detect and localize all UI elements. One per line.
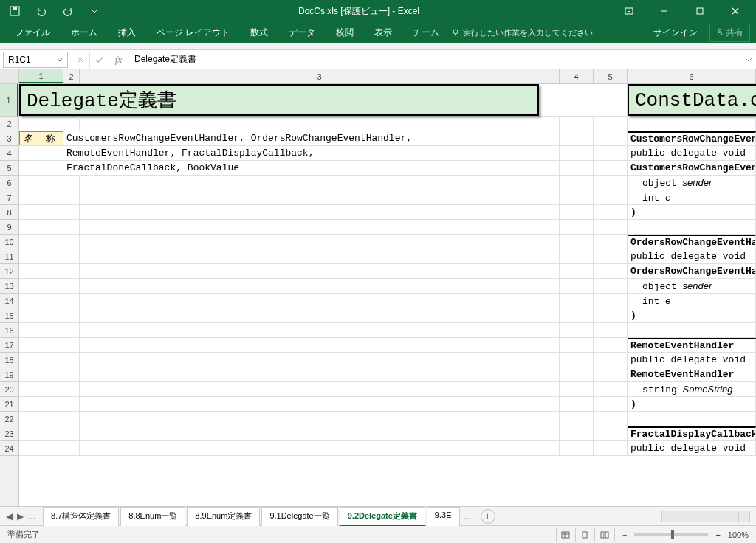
save-icon[interactable]	[6, 2, 24, 20]
row-header[interactable]: 1	[0, 84, 18, 117]
row-header[interactable]: 7	[0, 190, 18, 205]
delegate-list-cell[interactable]: FractalDoneCallback, BookValue	[63, 161, 560, 175]
cell[interactable]	[560, 249, 594, 263]
code-cell[interactable]: public delegate void	[628, 146, 756, 160]
cell[interactable]	[594, 190, 628, 204]
code-cell[interactable]: object sender	[628, 176, 756, 190]
cell[interactable]	[19, 367, 63, 381]
cell[interactable]	[80, 323, 560, 337]
cell[interactable]	[19, 205, 63, 219]
view-pagebreak-icon[interactable]	[595, 528, 614, 542]
cell[interactable]	[560, 279, 594, 293]
cancel-formula-icon[interactable]	[71, 52, 90, 68]
cell[interactable]	[560, 161, 594, 175]
code-cell[interactable]: OrdersRowChangeEventHandler	[628, 235, 756, 249]
cell[interactable]	[594, 397, 628, 411]
col-header[interactable]: 4	[560, 69, 594, 83]
cell[interactable]	[80, 220, 560, 234]
col-header[interactable]: 5	[594, 69, 628, 83]
row-header[interactable]: 18	[0, 353, 18, 367]
row-header[interactable]: 20	[0, 382, 18, 397]
sheet-nav-prev[interactable]: ◀	[6, 511, 13, 522]
file-title-cell[interactable]: ConstData.cs	[628, 84, 756, 116]
cell[interactable]	[63, 249, 80, 263]
name-label-cell[interactable]: 名 称	[19, 131, 63, 145]
name-box[interactable]: R1C1	[3, 52, 68, 68]
cell[interactable]	[80, 235, 560, 249]
delegate-list-cell[interactable]: RemoteEventHandler, FractalDisplayCallba…	[63, 146, 560, 160]
code-cell[interactable]: public delegate void	[628, 353, 756, 367]
tab-home[interactable]: ホーム	[62, 22, 106, 44]
cell[interactable]	[594, 117, 628, 131]
cell[interactable]	[63, 176, 80, 190]
cell[interactable]	[80, 367, 560, 381]
cell[interactable]	[19, 176, 63, 190]
code-cell[interactable]: string SomeString	[628, 382, 756, 396]
cell[interactable]	[63, 397, 80, 411]
zoom-level[interactable]: 100%	[728, 530, 749, 539]
cell[interactable]	[19, 235, 63, 249]
tell-me[interactable]: 実行したい作業を入力してください	[451, 27, 593, 38]
view-normal-icon[interactable]	[557, 528, 576, 542]
row-header[interactable]: 3	[0, 131, 18, 146]
signin-button[interactable]: サインイン	[645, 22, 707, 44]
cell[interactable]	[63, 338, 80, 352]
cell[interactable]	[80, 205, 560, 219]
code-cell[interactable]: OrdersRowChangeEventHandler	[628, 264, 756, 278]
cell[interactable]	[19, 412, 63, 426]
minimize-button[interactable]	[650, 1, 679, 21]
cell[interactable]	[19, 117, 63, 131]
sheet-more[interactable]: ...	[461, 511, 475, 522]
cell[interactable]	[80, 279, 560, 293]
cell[interactable]	[560, 176, 594, 190]
cell[interactable]	[560, 235, 594, 249]
row-header[interactable]: 4	[0, 146, 18, 161]
cell[interactable]	[594, 412, 628, 426]
cell[interactable]	[63, 426, 80, 440]
tab-team[interactable]: チーム	[404, 22, 448, 44]
code-cell[interactable]: RemoteEventHandler	[628, 367, 756, 381]
cell[interactable]	[594, 426, 628, 440]
sheet-tab[interactable]: 8.8Enum一覧	[120, 507, 185, 526]
sheet-tab[interactable]: 9.3E	[427, 507, 460, 526]
cell[interactable]	[560, 131, 594, 145]
code-cell[interactable]: object sender	[628, 279, 756, 293]
cell[interactable]	[63, 367, 80, 381]
row-header[interactable]: 15	[0, 308, 18, 323]
sheet-tab[interactable]: 8.9Enum定義書	[187, 507, 260, 526]
row-header[interactable]: 16	[0, 323, 18, 338]
cell[interactable]	[63, 412, 80, 426]
cell[interactable]	[560, 382, 594, 396]
cell[interactable]	[19, 146, 63, 160]
row-header[interactable]: 19	[0, 367, 18, 382]
cell[interactable]	[19, 382, 63, 396]
code-cell[interactable]: int e	[628, 190, 756, 204]
row-header[interactable]: 22	[0, 412, 18, 426]
row-header[interactable]: 9	[0, 220, 18, 235]
cell[interactable]	[560, 367, 594, 381]
cell[interactable]	[19, 220, 63, 234]
cell[interactable]	[63, 190, 80, 204]
title-cell[interactable]: Delegate定義書	[19, 84, 539, 116]
tab-review[interactable]: 校閲	[327, 22, 362, 44]
cell[interactable]	[63, 220, 80, 234]
cell[interactable]	[19, 161, 63, 175]
row-header[interactable]: 6	[0, 176, 18, 190]
cell[interactable]	[63, 323, 80, 337]
code-cell[interactable]: FractalDisplayCallback	[628, 426, 756, 440]
sheet-nav-next[interactable]: ▶	[17, 511, 24, 522]
tab-data[interactable]: データ	[280, 22, 324, 44]
cell[interactable]	[19, 353, 63, 367]
cell[interactable]	[560, 294, 594, 308]
cell[interactable]	[594, 131, 628, 145]
tab-file[interactable]: ファイル	[6, 22, 59, 44]
cell[interactable]	[560, 441, 594, 455]
row-header[interactable]: 17	[0, 338, 18, 353]
cell[interactable]	[80, 426, 560, 440]
cell[interactable]	[594, 308, 628, 322]
tab-pagelayout[interactable]: ページ レイアウト	[148, 22, 238, 44]
cell[interactable]	[80, 412, 560, 426]
code-cell[interactable]: )	[628, 308, 756, 322]
cell[interactable]	[628, 117, 756, 131]
row-header[interactable]: 2	[0, 117, 18, 131]
